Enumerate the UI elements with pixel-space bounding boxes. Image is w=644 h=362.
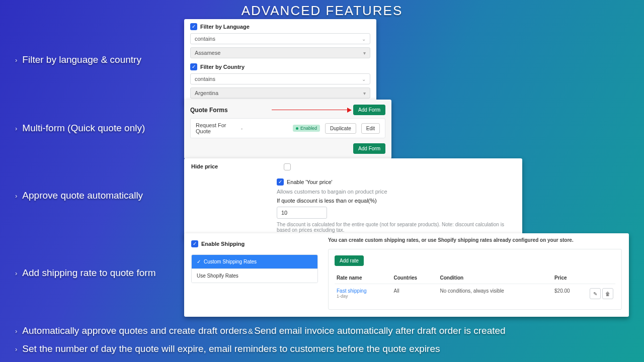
bullet-text: Set the number of day the quote will exp… xyxy=(22,343,440,354)
add-form-button-bottom[interactable]: Add Form xyxy=(353,143,385,154)
add-form-button[interactable]: Add Form xyxy=(353,105,385,115)
bullet-shipping: › Add shipping rate to quote form xyxy=(15,267,155,279)
checkbox-icon[interactable]: ✓ xyxy=(277,178,284,186)
filter-country-label: Filter by Country xyxy=(200,64,245,70)
bullet-approve: › Approve quote automatically xyxy=(15,190,143,201)
edit-button[interactable]: Edit xyxy=(361,123,380,134)
col-price: Price xyxy=(552,272,585,284)
checkbox-icon[interactable]: ✓ xyxy=(190,23,197,30)
chevron-icon: › xyxy=(15,269,17,277)
quote-form-name: Request For Quote xyxy=(196,122,236,134)
shipping-card: ✓ Enable Shipping ✓ Custom Shipping Rate… xyxy=(184,233,629,317)
chevron-icon: › xyxy=(15,192,17,200)
discount-threshold-input[interactable] xyxy=(277,207,327,219)
bullet-text: Filter by language & country xyxy=(22,54,141,65)
shipping-panel: Add rate Rate name Countries Condition P… xyxy=(328,249,622,310)
arrow-icon xyxy=(272,110,351,110)
chevron-icon: › xyxy=(15,56,17,64)
col-rate-name: Rate name xyxy=(335,272,392,284)
bullet-text: Multi-form (Quick quote only) xyxy=(22,123,145,134)
check-icon: ✓ xyxy=(197,259,201,264)
language-op-select[interactable]: contains⌄ xyxy=(190,33,370,44)
enable-your-price-row: ✓ Enable 'Your price' xyxy=(277,178,515,186)
bullet-auto-approve: › Automatically approve quotes and creat… xyxy=(15,325,506,336)
rates-table: Rate name Countries Condition Price Fast… xyxy=(335,272,615,303)
caret-down-icon: ⌄ xyxy=(362,36,366,42)
enable-shipping-label: Enable Shipping xyxy=(201,241,245,247)
page-title: ADVANCED FEATURES xyxy=(0,3,644,19)
filter-language-label: Filter by Language xyxy=(200,24,250,30)
table-row: Fast shipping 1-day All No conditions, a… xyxy=(335,284,615,304)
bullet-text: Add shipping rate to quote form xyxy=(22,267,155,279)
rate-price: $20.00 xyxy=(552,284,585,304)
enable-shipping-row: ✓ Enable Shipping xyxy=(191,240,318,247)
bullet-text: Automatically approve quotes and create … xyxy=(22,325,505,336)
col-condition: Condition xyxy=(438,272,552,284)
discount-threshold-label: If quote discount is less than or equal(… xyxy=(277,198,515,204)
edit-icon[interactable]: ✎ xyxy=(590,288,601,299)
caret-down-icon: ▾ xyxy=(363,50,366,56)
bullet-filter: › Filter by language & country xyxy=(15,54,141,65)
quote-forms-card: Quote Forms Add Form Request For Quote -… xyxy=(184,100,391,159)
checkbox-icon[interactable]: ✓ xyxy=(190,63,197,70)
checkbox-icon[interactable]: ✓ xyxy=(191,240,198,247)
caret-down-icon: ⌄ xyxy=(362,76,366,82)
shipping-tabs: ✓ Custom Shipping Rates Use Shopify Rate… xyxy=(191,254,318,283)
tab-shopify-rates[interactable]: Use Shopify Rates xyxy=(192,268,317,283)
rate-name[interactable]: Fast shipping xyxy=(337,288,390,294)
duplicate-button[interactable]: Duplicate xyxy=(325,123,356,134)
chevron-icon: › xyxy=(15,125,17,132)
chevron-icon: › xyxy=(15,345,17,353)
enable-your-price-desc: Allows customers to bargain on product p… xyxy=(277,189,515,195)
rate-condition: No conditions, always visible xyxy=(438,284,552,304)
rate-sub: 1-day xyxy=(337,294,390,299)
filter-country-row: ✓ Filter by Country xyxy=(190,63,370,70)
filter-card: ✓ Filter by Language contains⌄ Assamese▾… xyxy=(184,19,376,103)
hide-price-card: Hide price ✓ Enable 'Your price' Allows … xyxy=(184,158,522,238)
enable-your-price-label: Enable 'Your price' xyxy=(287,179,333,185)
quote-forms-heading: Quote Forms xyxy=(190,107,228,114)
tab-custom-rates[interactable]: ✓ Custom Shipping Rates xyxy=(192,255,317,268)
hide-price-label: Hide price xyxy=(191,163,272,170)
language-value-select[interactable]: Assamese▾ xyxy=(190,47,370,58)
rate-countries: All xyxy=(392,284,438,304)
bullet-multiform: › Multi-form (Quick quote only) xyxy=(15,123,145,134)
country-op-select[interactable]: contains⌄ xyxy=(190,73,370,84)
delete-icon[interactable]: 🗑 xyxy=(602,288,613,299)
filter-language-row: ✓ Filter by Language xyxy=(190,23,370,30)
status-badge: Enabled xyxy=(293,125,320,132)
chevron-icon: › xyxy=(15,327,17,335)
bullet-expire: › Set the number of day the quote will e… xyxy=(15,343,440,354)
hide-price-checkbox[interactable] xyxy=(284,163,291,170)
shipping-desc: You can create custom shipping rates, or… xyxy=(328,233,622,249)
bullet-text: Approve quote automatically xyxy=(22,190,143,201)
quote-form-row: Request For Quote - Enabled Duplicate Ed… xyxy=(190,118,385,138)
col-countries: Countries xyxy=(392,272,438,284)
country-value-select[interactable]: Argentina▾ xyxy=(190,87,370,99)
add-rate-button[interactable]: Add rate xyxy=(335,255,364,266)
caret-down-icon: ▾ xyxy=(363,90,366,96)
discount-note: The discount is calculated for the entir… xyxy=(277,222,515,233)
